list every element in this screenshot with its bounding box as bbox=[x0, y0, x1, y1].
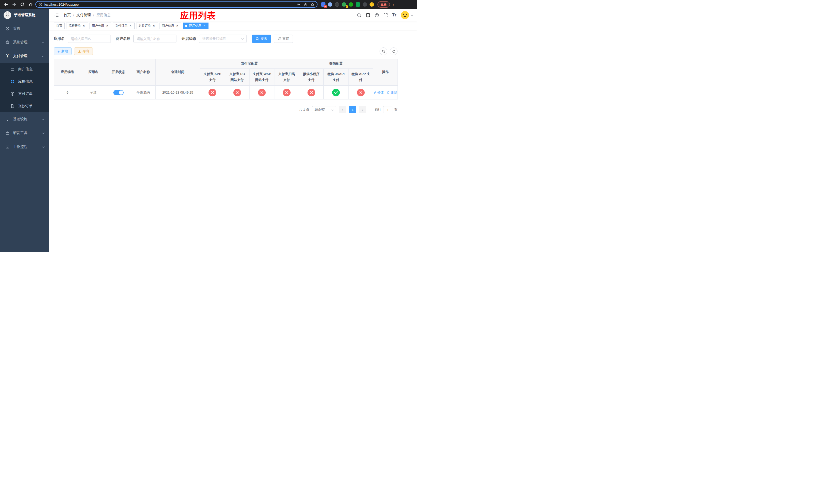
sidebar-item-infrastructure[interactable]: 基础设施 bbox=[0, 112, 49, 126]
tab-merchant-info[interactable]: 商户信息× bbox=[159, 23, 181, 29]
extension-icon-4[interactable]: 1 bbox=[342, 2, 346, 7]
sidebar-item-label: 首页 bbox=[13, 26, 20, 31]
tab-close-icon[interactable]: × bbox=[203, 24, 206, 28]
breadcrumb-section[interactable]: 支付管理 bbox=[76, 13, 91, 18]
page-body: 应用名 商户名称 开启状态 请选择开启状态 搜索 bbox=[49, 30, 417, 252]
extension-badge-1: 10 bbox=[324, 5, 327, 8]
font-size-button[interactable]: TT bbox=[392, 13, 396, 17]
header-search-button[interactable] bbox=[357, 13, 361, 18]
browser-menu-icon[interactable]: ⋮ bbox=[391, 2, 395, 7]
enabled-toggle[interactable] bbox=[113, 90, 124, 95]
github-button[interactable] bbox=[366, 13, 370, 18]
goto-page-input[interactable] bbox=[383, 106, 392, 113]
tab-user-group[interactable]: 用户分组× bbox=[89, 23, 111, 29]
page-size-select[interactable]: 10条/页 bbox=[312, 106, 336, 113]
sidebar-item-refund-order[interactable]: 退款订单 bbox=[0, 100, 49, 112]
share-icon[interactable] bbox=[304, 3, 307, 6]
app-name-input[interactable] bbox=[68, 35, 111, 43]
forward-button[interactable] bbox=[11, 1, 18, 8]
extension-icon-3[interactable] bbox=[335, 2, 339, 7]
sidebar-item-payment[interactable]: ¥ 支付管理 bbox=[0, 49, 49, 63]
refresh-table-button[interactable] bbox=[390, 47, 397, 55]
user-menu[interactable] bbox=[401, 11, 413, 20]
tab-close-icon[interactable]: × bbox=[82, 24, 86, 28]
toggle-search-button[interactable] bbox=[379, 47, 387, 55]
sidebar-item-app-info[interactable]: 应用信息 bbox=[0, 75, 49, 88]
prev-page-button[interactable] bbox=[339, 106, 346, 113]
tab-pay-order[interactable]: 支付订单× bbox=[113, 23, 135, 29]
password-key-icon[interactable] bbox=[297, 3, 301, 6]
chevron-up-icon bbox=[42, 55, 45, 58]
tab-refund-order[interactable]: 退款订单× bbox=[136, 23, 158, 29]
page-1-button[interactable]: 1 bbox=[349, 106, 356, 113]
monitor-icon bbox=[5, 117, 10, 121]
cell-alipay-wap bbox=[249, 86, 275, 99]
tab-close-icon[interactable]: × bbox=[152, 24, 156, 28]
cell-wx-jsapi bbox=[324, 86, 349, 99]
extension-icon-5[interactable] bbox=[349, 2, 353, 7]
sidebar-item-merchant-info[interactable]: 商户信息 bbox=[0, 63, 49, 75]
alipay-wap-status-icon bbox=[258, 89, 266, 96]
hamburger-icon bbox=[54, 13, 59, 18]
cell-app-id: 6 bbox=[54, 86, 81, 99]
page-unit-label: 页 bbox=[394, 108, 397, 112]
tab-close-icon[interactable]: × bbox=[105, 24, 109, 28]
status-select[interactable]: 请选择开启状态 bbox=[199, 35, 247, 43]
plus-icon: + bbox=[58, 49, 60, 53]
wx-jsapi-status-icon bbox=[332, 89, 340, 96]
extension-icon-1[interactable]: 10 bbox=[321, 2, 326, 7]
bookmark-star-icon[interactable] bbox=[311, 3, 314, 6]
delete-link[interactable]: 删除 bbox=[387, 90, 397, 95]
table-toolbar: + 新增 导出 bbox=[54, 47, 397, 55]
home-button[interactable] bbox=[27, 1, 34, 8]
coin-order-icon bbox=[10, 92, 15, 96]
sidebar-item-home[interactable]: 首页 bbox=[0, 22, 49, 36]
sidebar-item-label: 商户信息 bbox=[18, 67, 32, 71]
docs-help-button[interactable] bbox=[375, 13, 379, 18]
cell-alipay-qr bbox=[275, 86, 299, 99]
address-bar[interactable]: localhost:1024/pay/app bbox=[36, 1, 317, 8]
next-page-button[interactable] bbox=[359, 106, 366, 113]
tab-process-form[interactable]: 流程表单× bbox=[66, 23, 88, 29]
col-header-app-id: 应用编号 bbox=[54, 59, 81, 86]
tab-close-icon[interactable]: × bbox=[175, 24, 179, 28]
fullscreen-button[interactable] bbox=[383, 13, 388, 18]
reload-button[interactable] bbox=[19, 1, 26, 8]
sidebar-item-system[interactable]: 系统管理 bbox=[0, 36, 49, 49]
reload-icon bbox=[20, 2, 24, 6]
tab-home[interactable]: 首页 bbox=[54, 23, 65, 29]
chevron-right-icon bbox=[361, 108, 364, 111]
col-header-wx-mini: 微信小程序支付 bbox=[299, 69, 324, 86]
profile-avatar-icon[interactable] bbox=[370, 2, 374, 7]
extension-icon-7[interactable] bbox=[363, 2, 367, 7]
add-button[interactable]: + 新增 bbox=[54, 47, 71, 55]
browser-update-button[interactable]: 更新 bbox=[377, 1, 390, 8]
breadcrumb-current: 应用信息 bbox=[96, 13, 111, 18]
extension-icon-6[interactable] bbox=[356, 2, 360, 7]
cell-created: 2021-10-23 08:49:25 bbox=[156, 86, 200, 99]
extension-icon-2[interactable] bbox=[328, 2, 332, 7]
sidebar-item-label: 支付管理 bbox=[13, 54, 27, 59]
back-button[interactable] bbox=[3, 1, 9, 8]
search-button[interactable]: 搜索 bbox=[252, 35, 271, 43]
tab-close-icon[interactable]: × bbox=[129, 24, 132, 28]
tab-app-info[interactable]: 应用信息× bbox=[183, 23, 208, 29]
sidebar-item-workflow[interactable]: 工作流程 bbox=[0, 140, 49, 154]
breadcrumb-home[interactable]: 首页 bbox=[64, 13, 71, 18]
sidebar-collapse-button[interactable] bbox=[53, 12, 60, 19]
cell-wx-mini bbox=[299, 86, 324, 99]
col-header-wx-app: 微信 APP 支付 bbox=[349, 69, 373, 86]
breadcrumb-separator: / bbox=[93, 13, 94, 17]
merchant-name-input[interactable] bbox=[133, 35, 176, 43]
sidebar-item-label: 基础设施 bbox=[13, 117, 27, 121]
sidebar-item-label: 研发工具 bbox=[13, 131, 27, 135]
sidebar-item-dev-tools[interactable]: 研发工具 bbox=[0, 126, 49, 140]
col-header-created: 创建时间 bbox=[156, 59, 200, 86]
chevron-down-icon bbox=[42, 118, 45, 120]
export-button[interactable]: 导出 bbox=[74, 47, 93, 55]
cell-app-name: 芋道 bbox=[81, 86, 106, 99]
edit-link[interactable]: 修改 bbox=[373, 90, 384, 95]
reset-button[interactable]: 重置 bbox=[273, 35, 293, 43]
sidebar-item-pay-order[interactable]: 支付订单 bbox=[0, 88, 49, 100]
site-info-icon[interactable] bbox=[39, 3, 42, 6]
